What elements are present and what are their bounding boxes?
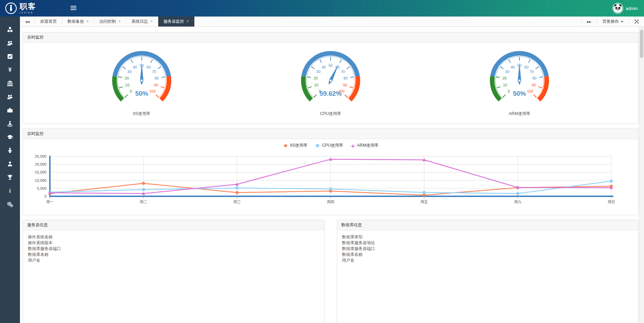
yen-icon: ¥ xyxy=(7,67,13,73)
info-icon: i xyxy=(7,188,13,194)
svg-text:90: 90 xyxy=(532,83,536,87)
sidebar: ¥i xyxy=(0,17,20,323)
sidebar-item-cogs-13[interactable] xyxy=(0,197,20,211)
cubes-icon xyxy=(7,27,13,33)
logo[interactable]: 职客 IZHIKE xyxy=(5,2,36,14)
sidebar-item-info-12[interactable]: i xyxy=(0,184,20,197)
legend-triangle-marker: -▲- xyxy=(350,143,355,148)
check-square-icon xyxy=(7,53,13,60)
gauge-caption: ARM使用率 xyxy=(509,111,530,117)
panel-server-info: 服务器信息 操作系统名称操作系统版本数据库服务器端口数据库名称用户名 xyxy=(23,220,324,323)
cogs-icon xyxy=(7,201,13,207)
svg-text:70: 70 xyxy=(341,70,345,74)
scrollbar[interactable] xyxy=(639,27,644,323)
legend-circle-marker: -●- xyxy=(283,143,289,148)
tab-数据备份[interactable]: 数据备份× xyxy=(62,17,94,27)
legend-item-IIS使用率[interactable]: -●-IIS使用率 xyxy=(283,143,308,148)
sidebar-item-cubes-0[interactable] xyxy=(0,23,20,36)
user-menu[interactable]: admin xyxy=(612,3,638,14)
svg-text:80: 80 xyxy=(533,76,537,80)
svg-text:90: 90 xyxy=(154,83,158,87)
sidebar-item-yen-3[interactable]: ¥ xyxy=(0,63,20,76)
svg-text:60: 60 xyxy=(524,65,528,69)
users-icon xyxy=(7,94,13,100)
tab-close-icon[interactable]: × xyxy=(150,19,153,24)
gauge-caption: IIS使用率 xyxy=(133,111,150,117)
sidebar-item-users-5[interactable] xyxy=(0,90,20,103)
svg-text:100: 100 xyxy=(149,89,155,93)
logo-tie-icon xyxy=(5,2,17,14)
sidebar-item-users-1[interactable] xyxy=(0,36,20,50)
legend-square-marker: -■- xyxy=(314,143,321,148)
fullscreen-button[interactable] xyxy=(629,17,644,27)
tab-actions-dropdown[interactable]: 页签操作 xyxy=(597,17,629,27)
sidebar-item-trophy-11[interactable] xyxy=(0,170,20,184)
sidebar-item-graduation-cap-8[interactable] xyxy=(0,130,20,144)
svg-text:周四: 周四 xyxy=(327,200,334,204)
svg-text:40: 40 xyxy=(133,65,137,69)
svg-text:20: 20 xyxy=(503,76,507,80)
topbar: 职客 IZHIKE admin xyxy=(0,0,644,17)
logo-title: 职客 xyxy=(20,3,36,10)
street-view-icon xyxy=(7,121,13,127)
legend-label: IIS使用率 xyxy=(290,143,308,148)
sidebar-item-street-view-7[interactable] xyxy=(0,117,20,130)
legend-item-CPU使用率[interactable]: -■-CPU使用率 xyxy=(314,143,343,148)
scrollbar-thumb[interactable] xyxy=(640,30,643,58)
server-info-list: 操作系统名称操作系统版本数据库服务器端口数据库名称用户名 xyxy=(23,230,324,267)
panel-gauges-title: 实时监控 xyxy=(23,32,638,43)
tab-close-icon[interactable]: × xyxy=(186,19,189,24)
user-icon xyxy=(7,161,13,167)
info-line: 操作系统名称 xyxy=(28,234,319,240)
tab-系统日志[interactable]: 系统日志× xyxy=(126,17,158,27)
svg-text:100: 100 xyxy=(527,89,533,93)
tab-list: 欢迎首页数据备份×访问控制×系统日志×服务器监控× xyxy=(35,17,581,27)
tab-服务器监控[interactable]: 服务器监控× xyxy=(158,17,194,27)
tab-访问控制[interactable]: 访问控制× xyxy=(94,17,126,27)
svg-text:¥: ¥ xyxy=(9,67,12,73)
sidebar-item-check-square-2[interactable] xyxy=(0,50,20,63)
hamburger-menu-icon[interactable] xyxy=(71,6,76,10)
tab-close-icon[interactable]: × xyxy=(86,19,89,24)
info-line: 用户名 xyxy=(342,258,633,263)
gauge-caption: CPU使用率 xyxy=(320,111,341,117)
sidebar-item-child-9[interactable] xyxy=(0,144,20,157)
gauge-dial: 010203040506070809010050% xyxy=(482,48,557,105)
svg-text:周六: 周六 xyxy=(514,200,522,204)
trophy-icon xyxy=(7,174,13,180)
svg-text:10: 10 xyxy=(125,83,129,87)
panel-server-info-title: 服务器信息 xyxy=(23,220,324,230)
svg-text:0: 0 xyxy=(130,89,132,93)
info-line: 数据库类型 xyxy=(342,234,633,240)
tabs-scroll-left-button[interactable]: ◀◀ xyxy=(20,17,35,27)
svg-text:25,000: 25,000 xyxy=(35,154,46,158)
panel-chart-title: 实时监控 xyxy=(23,129,638,139)
tab-actions-label: 页签操作 xyxy=(602,19,619,24)
topbar-decoration xyxy=(335,0,644,17)
sidebar-item-briefcase-6[interactable] xyxy=(0,103,20,117)
bank-icon xyxy=(7,80,13,86)
svg-text:周五: 周五 xyxy=(420,200,428,204)
svg-text:20: 20 xyxy=(125,76,129,80)
svg-text:30: 30 xyxy=(127,70,131,74)
svg-text:59.62%: 59.62% xyxy=(320,90,342,97)
sidebar-item-user-10[interactable] xyxy=(0,157,20,170)
panel-gauges: 实时监控 010203040506070809010050%IIS使用率0102… xyxy=(23,32,638,124)
svg-text:0: 0 xyxy=(44,194,46,198)
tab-欢迎首页[interactable]: 欢迎首页 xyxy=(35,17,62,27)
info-line: 用户名 xyxy=(28,258,319,263)
main-content: 实时监控 010203040506070809010050%IIS使用率0102… xyxy=(20,27,644,323)
tabs-scroll-right-button[interactable]: ▶▶ xyxy=(581,17,597,27)
sidebar-item-bank-4[interactable] xyxy=(0,76,20,90)
tab-close-icon[interactable]: × xyxy=(118,19,121,24)
info-line: 数据库名称 xyxy=(342,252,633,257)
svg-text:10,000: 10,000 xyxy=(35,178,46,183)
svg-text:i: i xyxy=(9,188,11,194)
caret-down-icon xyxy=(621,21,623,22)
panel-chart: 实时监控 -●-IIS使用率-■-CPU使用率-▲-ARM使用率 05,0001… xyxy=(23,128,638,215)
tab-label: 访问控制 xyxy=(99,19,116,24)
gauge-dial: 010203040506070809010059.62% xyxy=(293,48,368,105)
legend-item-ARM使用率[interactable]: -▲-ARM使用率 xyxy=(350,143,378,148)
gauge-dial: 010203040506070809010050% xyxy=(104,48,180,105)
graduation-cap-icon xyxy=(7,134,13,140)
